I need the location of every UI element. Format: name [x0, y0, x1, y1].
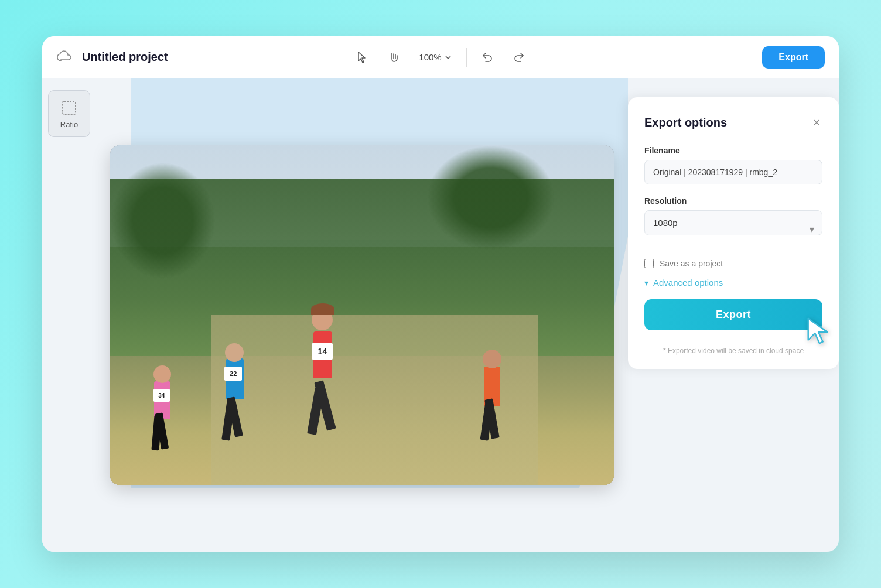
- header-left: Untitled project: [56, 48, 312, 67]
- advanced-options-label: Advanced options: [653, 278, 723, 288]
- header-export-button[interactable]: Export: [762, 46, 825, 69]
- select-tool-button[interactable]: [351, 47, 373, 67]
- bib-number: 14: [312, 343, 333, 360]
- blue-bib: 22: [224, 367, 242, 381]
- zoom-level: 100%: [419, 52, 441, 62]
- pink-runner: 34: [151, 363, 183, 468]
- hand-tool-button[interactable]: [383, 47, 405, 67]
- advanced-chevron-icon: ▾: [644, 278, 648, 288]
- resolution-select-wrapper: 720p 1080p 4K ▾: [644, 210, 822, 247]
- video-preview: 14 22: [110, 145, 614, 485]
- redo-button[interactable]: [508, 47, 530, 67]
- toolbar-divider: [466, 48, 467, 67]
- select-icon: [356, 51, 368, 64]
- save-project-checkbox[interactable]: [644, 259, 654, 268]
- close-button[interactable]: ×: [811, 114, 822, 132]
- undo-icon: [481, 51, 494, 64]
- svg-marker-2: [808, 319, 828, 343]
- zoom-control[interactable]: 100%: [414, 50, 456, 64]
- main-content: Ratio: [42, 78, 839, 552]
- export-panel-wrapper: Export options × Filename Resolution 720…: [628, 78, 839, 552]
- tree-right: [426, 145, 555, 251]
- main-runner: 14: [302, 303, 349, 444]
- ratio-icon: [60, 99, 78, 117]
- cursor-pointer-icon: [804, 316, 835, 348]
- export-panel: Export options × Filename Resolution 720…: [628, 97, 839, 369]
- header-right: Export: [569, 46, 825, 69]
- ratio-button[interactable]: Ratio: [48, 90, 90, 137]
- left-sidebar: Ratio: [42, 78, 96, 552]
- panel-header: Export options ×: [644, 114, 822, 132]
- blue-head: [225, 343, 244, 362]
- advanced-options-row[interactable]: ▾ Advanced options: [644, 278, 822, 288]
- canvas-area: 14 22: [96, 78, 628, 552]
- header-center: 100%: [312, 47, 568, 67]
- runner-hair: [311, 303, 334, 315]
- hand-icon: [387, 51, 400, 64]
- save-project-row: Save as a project: [644, 259, 822, 268]
- panel-title: Export options: [644, 116, 727, 129]
- orange-head: [483, 350, 501, 368]
- blue-runner: 22: [221, 341, 256, 458]
- resolution-select[interactable]: 720p 1080p 4K: [644, 210, 822, 235]
- resolution-label: Resolution: [644, 196, 822, 206]
- svg-marker-0: [358, 52, 365, 63]
- pink-head: [153, 365, 171, 383]
- project-title: Untitled project: [82, 50, 168, 64]
- pink-bib: 34: [153, 389, 170, 402]
- export-btn-container: Export: [644, 299, 822, 337]
- ratio-label: Ratio: [60, 120, 78, 129]
- save-project-label: Save as a project: [660, 259, 723, 268]
- header: Untitled project 100%: [42, 36, 839, 78]
- chevron-down-icon: [444, 53, 452, 61]
- race-image: 14 22: [110, 145, 614, 485]
- filename-input[interactable]: [644, 160, 822, 184]
- export-note: * Exported video will be saved in cloud …: [644, 347, 822, 355]
- cloud-icon: [56, 48, 75, 67]
- app-window: Untitled project 100%: [42, 36, 839, 552]
- export-action-button[interactable]: Export: [644, 299, 822, 330]
- undo-button[interactable]: [476, 47, 498, 67]
- orange-runner: [479, 347, 513, 458]
- redo-icon: [513, 51, 525, 64]
- tree-left: [110, 162, 216, 279]
- filename-label: Filename: [644, 146, 822, 155]
- svg-rect-1: [63, 101, 76, 114]
